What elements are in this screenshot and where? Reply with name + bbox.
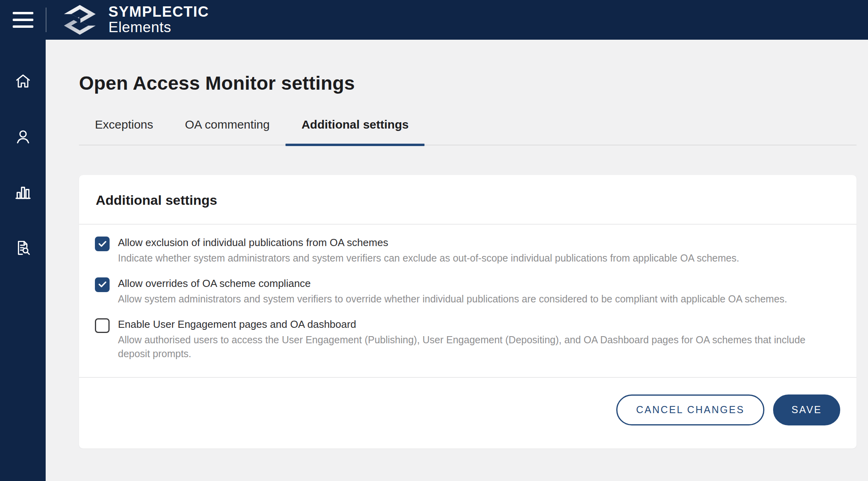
symplectic-logo-icon (62, 2, 98, 38)
tab-oa-commenting[interactable]: OA commenting (169, 118, 285, 144)
setting-label[interactable]: Enable User Engagement pages and OA dash… (118, 317, 829, 331)
setting-label[interactable]: Allow exclusion of individual publicatio… (118, 236, 739, 249)
card-heading: Additional settings (79, 175, 856, 224)
save-button[interactable]: SAVE (773, 394, 840, 425)
setting-description: Indicate whether system administrators a… (118, 251, 739, 266)
header-divider (46, 8, 46, 32)
hamburger-menu-button[interactable] (0, 0, 46, 40)
checkmark-icon (98, 280, 107, 289)
setting-row-allow-overrides: Allow overrides of OA scheme compliance … (95, 277, 840, 306)
allow-overrides-checkbox[interactable] (95, 277, 110, 292)
sidebar-item-reports[interactable] (11, 183, 35, 202)
setting-description: Allow authorised users to access the Use… (118, 333, 829, 361)
settings-card: Additional settings Allow exclusion of i… (79, 175, 856, 448)
tab-additional-settings[interactable]: Additional settings (285, 118, 424, 144)
sidebar-item-home[interactable] (11, 72, 35, 90)
bar-chart-icon (14, 184, 32, 201)
tab-exceptions[interactable]: Exceptions (79, 118, 169, 144)
sidebar-item-users[interactable] (11, 128, 35, 146)
tab-bar: Exceptions OA commenting Additional sett… (79, 118, 856, 146)
main-content: Open Access Monitor settings Exceptions … (46, 40, 868, 481)
setting-row-allow-exclusion: Allow exclusion of individual publicatio… (95, 236, 840, 266)
brand-logo: SYMPLECTIC Elements (62, 2, 209, 38)
sidebar (0, 40, 46, 481)
setting-description: Allow system administrators and system v… (118, 292, 787, 306)
app-header: SYMPLECTIC Elements (0, 0, 868, 40)
brand-name-top: SYMPLECTIC (108, 4, 209, 20)
home-icon (15, 73, 31, 90)
hamburger-icon (13, 12, 33, 14)
brand-name-bottom: Elements (108, 20, 209, 35)
document-search-icon (15, 240, 31, 256)
setting-label[interactable]: Allow overrides of OA scheme compliance (118, 277, 787, 290)
sidebar-item-search-publications[interactable] (11, 239, 35, 257)
cancel-changes-button[interactable]: CANCEL CHANGES (616, 394, 764, 425)
settings-list: Allow exclusion of individual publicatio… (79, 225, 856, 377)
enable-user-engagement-checkbox[interactable] (95, 318, 110, 333)
page-title: Open Access Monitor settings (79, 72, 857, 94)
card-footer: CANCEL CHANGES SAVE (79, 378, 856, 448)
setting-row-enable-user-engagement: Enable User Engagement pages and OA dash… (95, 317, 840, 361)
checkmark-icon (98, 239, 107, 249)
allow-exclusion-checkbox[interactable] (95, 237, 110, 251)
user-icon (14, 128, 32, 146)
